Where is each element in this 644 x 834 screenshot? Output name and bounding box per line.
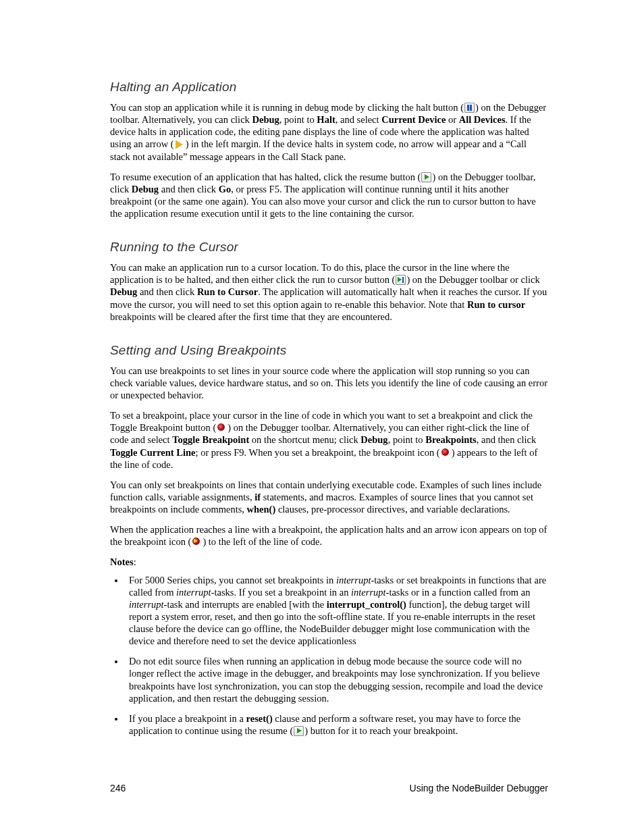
run-to-cursor-icon <box>396 275 406 285</box>
bold: Debug <box>252 114 279 125</box>
text: -tasks or in a function called from an <box>386 587 531 598</box>
text: To resume execution of an application th… <box>110 172 421 182</box>
para-bp-1: You can use breakpoints to set lines in … <box>110 365 548 401</box>
bold: Toggle Breakpoint <box>172 434 249 445</box>
page: Halting an Application You can stop an a… <box>0 0 644 834</box>
text: For 5000 Series chips, you cannot set br… <box>129 575 336 585</box>
bold: All Devices <box>459 114 506 125</box>
text: , and then click <box>477 434 537 445</box>
para-halting-1: You can stop an application while it is … <box>110 101 548 163</box>
para-bp-3: You can only set breakpoints on lines th… <box>110 479 548 515</box>
text: Do not edit source files when running an… <box>129 656 543 703</box>
text: clauses, pre-processor directives, and v… <box>275 504 510 515</box>
bold: Go <box>219 184 232 194</box>
text: ) button for it to reach your breakpoint… <box>304 725 458 736</box>
text: -tasks. If you set a breakpoint in an <box>211 587 351 598</box>
text: , point to <box>279 114 317 125</box>
bold: Run to cursor <box>467 299 525 310</box>
bold: Debug <box>360 434 387 445</box>
resume-icon <box>421 172 431 182</box>
list-item: For 5000 Series chips, you cannot set br… <box>125 574 548 648</box>
para-running-1: You can make an application run to a cur… <box>110 261 548 323</box>
bold: interrupt_control() <box>327 599 406 610</box>
list-item: Do not edit source files when running an… <box>125 655 548 704</box>
notes-label: Notes: <box>110 556 548 568</box>
bold: Current Device <box>381 114 446 125</box>
text: and then click <box>159 184 219 194</box>
bold: Toggle Current Line <box>110 447 195 458</box>
bold: Halt <box>317 114 335 125</box>
text: -task and interrupts are enabled [with t… <box>164 599 327 610</box>
list-item: If you place a breakpoint in a reset() c… <box>125 712 548 737</box>
text: If you place a breakpoint in a <box>129 713 246 724</box>
bold: reset() <box>246 713 273 724</box>
heading-running: Running to the Cursor <box>110 240 548 255</box>
italic: interrupt <box>129 599 164 610</box>
text: , point to <box>388 434 426 445</box>
page-number: 246 <box>110 783 126 793</box>
italic: interrupt <box>351 587 386 598</box>
breakpoint-hit-icon <box>192 537 202 547</box>
footer-title: Using the NodeBuilder Debugger <box>410 783 548 793</box>
heading-breakpoints: Setting and Using Breakpoints <box>110 343 548 358</box>
text: ) to the left of the line of code. <box>203 536 322 547</box>
text: You can stop an application while it is … <box>110 102 464 113</box>
bold: Run to Cursor <box>197 286 258 297</box>
para-bp-2: To set a breakpoint, place your cursor i… <box>110 409 548 471</box>
notes-list: For 5000 Series chips, you cannot set br… <box>125 574 548 737</box>
text: ) on the Debugger toolbar or click <box>406 274 539 285</box>
para-bp-4: When the application reaches a line with… <box>110 523 548 548</box>
halt-arrow-icon <box>175 140 185 149</box>
text: , and select <box>336 114 381 125</box>
text: on the shortcut menu; click <box>249 434 360 445</box>
bold: Breakpoints <box>425 434 476 445</box>
text: When the application reaches a line with… <box>110 524 547 547</box>
text: breakpoints will be cleared after the fi… <box>110 311 392 322</box>
bold: Debug <box>132 184 159 194</box>
halt-icon <box>464 103 475 113</box>
para-halting-2: To resume execution of an application th… <box>110 171 548 220</box>
text: or <box>446 114 458 125</box>
resume-icon <box>294 726 304 736</box>
bold: if <box>254 492 261 502</box>
breakpoint-icon <box>217 423 227 433</box>
breakpoint-icon <box>441 448 451 458</box>
bold: when() <box>247 504 276 515</box>
italic: interrupt <box>336 575 371 585</box>
heading-halting: Halting an Application <box>110 80 548 95</box>
bold: Notes <box>110 556 134 567</box>
text: and then click <box>137 286 197 297</box>
bold: Debug <box>110 286 137 297</box>
text: ; or press F9. When you set a breakpoint… <box>195 447 439 458</box>
italic: interrupt <box>176 587 211 598</box>
page-footer: 246 Using the NodeBuilder Debugger <box>110 783 548 793</box>
